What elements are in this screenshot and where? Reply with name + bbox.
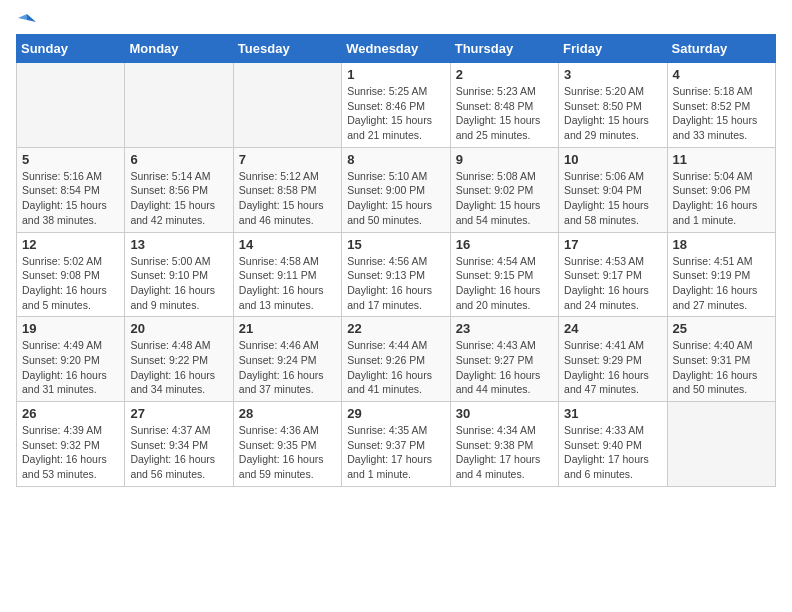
day-info: Sunrise: 4:44 AMSunset: 9:26 PMDaylight:… (347, 338, 444, 397)
calendar-table: SundayMondayTuesdayWednesdayThursdayFrid… (16, 34, 776, 487)
day-cell: 13Sunrise: 5:00 AMSunset: 9:10 PMDayligh… (125, 232, 233, 317)
day-info: Sunrise: 5:00 AMSunset: 9:10 PMDaylight:… (130, 254, 227, 313)
day-info: Sunrise: 4:51 AMSunset: 9:19 PMDaylight:… (673, 254, 770, 313)
day-info: Sunrise: 5:10 AMSunset: 9:00 PMDaylight:… (347, 169, 444, 228)
day-info: Sunrise: 4:46 AMSunset: 9:24 PMDaylight:… (239, 338, 336, 397)
day-number: 25 (673, 321, 770, 336)
weekday-header-saturday: Saturday (667, 35, 775, 63)
day-number: 5 (22, 152, 119, 167)
day-cell: 17Sunrise: 4:53 AMSunset: 9:17 PMDayligh… (559, 232, 667, 317)
day-cell (233, 63, 341, 148)
day-number: 11 (673, 152, 770, 167)
day-info: Sunrise: 4:40 AMSunset: 9:31 PMDaylight:… (673, 338, 770, 397)
day-cell: 10Sunrise: 5:06 AMSunset: 9:04 PMDayligh… (559, 147, 667, 232)
day-cell: 14Sunrise: 4:58 AMSunset: 9:11 PMDayligh… (233, 232, 341, 317)
day-info: Sunrise: 5:02 AMSunset: 9:08 PMDaylight:… (22, 254, 119, 313)
day-info: Sunrise: 4:41 AMSunset: 9:29 PMDaylight:… (564, 338, 661, 397)
svg-marker-0 (27, 14, 36, 22)
day-number: 10 (564, 152, 661, 167)
day-number: 1 (347, 67, 444, 82)
day-cell: 21Sunrise: 4:46 AMSunset: 9:24 PMDayligh… (233, 317, 341, 402)
day-number: 3 (564, 67, 661, 82)
day-cell: 29Sunrise: 4:35 AMSunset: 9:37 PMDayligh… (342, 402, 450, 487)
weekday-header-tuesday: Tuesday (233, 35, 341, 63)
day-info: Sunrise: 5:06 AMSunset: 9:04 PMDaylight:… (564, 169, 661, 228)
day-cell (667, 402, 775, 487)
weekday-header-row: SundayMondayTuesdayWednesdayThursdayFrid… (17, 35, 776, 63)
day-number: 8 (347, 152, 444, 167)
day-cell: 7Sunrise: 5:12 AMSunset: 8:58 PMDaylight… (233, 147, 341, 232)
day-cell: 30Sunrise: 4:34 AMSunset: 9:38 PMDayligh… (450, 402, 558, 487)
day-number: 13 (130, 237, 227, 252)
weekday-header-friday: Friday (559, 35, 667, 63)
day-info: Sunrise: 4:35 AMSunset: 9:37 PMDaylight:… (347, 423, 444, 482)
day-info: Sunrise: 5:20 AMSunset: 8:50 PMDaylight:… (564, 84, 661, 143)
day-cell: 6Sunrise: 5:14 AMSunset: 8:56 PMDaylight… (125, 147, 233, 232)
day-number: 31 (564, 406, 661, 421)
day-cell: 22Sunrise: 4:44 AMSunset: 9:26 PMDayligh… (342, 317, 450, 402)
day-cell: 28Sunrise: 4:36 AMSunset: 9:35 PMDayligh… (233, 402, 341, 487)
day-number: 16 (456, 237, 553, 252)
day-cell: 19Sunrise: 4:49 AMSunset: 9:20 PMDayligh… (17, 317, 125, 402)
day-cell: 16Sunrise: 4:54 AMSunset: 9:15 PMDayligh… (450, 232, 558, 317)
day-number: 19 (22, 321, 119, 336)
day-cell: 12Sunrise: 5:02 AMSunset: 9:08 PMDayligh… (17, 232, 125, 317)
day-number: 18 (673, 237, 770, 252)
day-info: Sunrise: 4:48 AMSunset: 9:22 PMDaylight:… (130, 338, 227, 397)
day-number: 24 (564, 321, 661, 336)
week-row-5: 26Sunrise: 4:39 AMSunset: 9:32 PMDayligh… (17, 402, 776, 487)
day-info: Sunrise: 4:33 AMSunset: 9:40 PMDaylight:… (564, 423, 661, 482)
day-cell: 25Sunrise: 4:40 AMSunset: 9:31 PMDayligh… (667, 317, 775, 402)
day-number: 12 (22, 237, 119, 252)
day-number: 27 (130, 406, 227, 421)
day-info: Sunrise: 4:36 AMSunset: 9:35 PMDaylight:… (239, 423, 336, 482)
day-number: 15 (347, 237, 444, 252)
day-number: 22 (347, 321, 444, 336)
day-cell: 31Sunrise: 4:33 AMSunset: 9:40 PMDayligh… (559, 402, 667, 487)
weekday-header-sunday: Sunday (17, 35, 125, 63)
day-info: Sunrise: 5:12 AMSunset: 8:58 PMDaylight:… (239, 169, 336, 228)
week-row-2: 5Sunrise: 5:16 AMSunset: 8:54 PMDaylight… (17, 147, 776, 232)
day-cell (125, 63, 233, 148)
week-row-4: 19Sunrise: 4:49 AMSunset: 9:20 PMDayligh… (17, 317, 776, 402)
logo (16, 16, 36, 24)
day-number: 14 (239, 237, 336, 252)
day-cell: 1Sunrise: 5:25 AMSunset: 8:46 PMDaylight… (342, 63, 450, 148)
header (16, 16, 776, 24)
day-number: 28 (239, 406, 336, 421)
day-cell: 24Sunrise: 4:41 AMSunset: 9:29 PMDayligh… (559, 317, 667, 402)
day-info: Sunrise: 4:53 AMSunset: 9:17 PMDaylight:… (564, 254, 661, 313)
day-cell: 8Sunrise: 5:10 AMSunset: 9:00 PMDaylight… (342, 147, 450, 232)
day-info: Sunrise: 4:58 AMSunset: 9:11 PMDaylight:… (239, 254, 336, 313)
day-cell: 5Sunrise: 5:16 AMSunset: 8:54 PMDaylight… (17, 147, 125, 232)
day-number: 7 (239, 152, 336, 167)
day-cell: 11Sunrise: 5:04 AMSunset: 9:06 PMDayligh… (667, 147, 775, 232)
day-info: Sunrise: 4:49 AMSunset: 9:20 PMDaylight:… (22, 338, 119, 397)
day-number: 23 (456, 321, 553, 336)
day-cell: 15Sunrise: 4:56 AMSunset: 9:13 PMDayligh… (342, 232, 450, 317)
day-info: Sunrise: 4:39 AMSunset: 9:32 PMDaylight:… (22, 423, 119, 482)
day-number: 29 (347, 406, 444, 421)
day-info: Sunrise: 5:25 AMSunset: 8:46 PMDaylight:… (347, 84, 444, 143)
day-info: Sunrise: 4:56 AMSunset: 9:13 PMDaylight:… (347, 254, 444, 313)
day-info: Sunrise: 4:34 AMSunset: 9:38 PMDaylight:… (456, 423, 553, 482)
logo-bird-icon (18, 12, 36, 30)
day-cell: 18Sunrise: 4:51 AMSunset: 9:19 PMDayligh… (667, 232, 775, 317)
day-number: 30 (456, 406, 553, 421)
day-info: Sunrise: 4:43 AMSunset: 9:27 PMDaylight:… (456, 338, 553, 397)
day-number: 2 (456, 67, 553, 82)
day-info: Sunrise: 5:04 AMSunset: 9:06 PMDaylight:… (673, 169, 770, 228)
day-cell (17, 63, 125, 148)
day-info: Sunrise: 5:14 AMSunset: 8:56 PMDaylight:… (130, 169, 227, 228)
weekday-header-monday: Monday (125, 35, 233, 63)
day-number: 21 (239, 321, 336, 336)
day-info: Sunrise: 4:37 AMSunset: 9:34 PMDaylight:… (130, 423, 227, 482)
day-cell: 4Sunrise: 5:18 AMSunset: 8:52 PMDaylight… (667, 63, 775, 148)
day-number: 9 (456, 152, 553, 167)
day-cell: 3Sunrise: 5:20 AMSunset: 8:50 PMDaylight… (559, 63, 667, 148)
day-cell: 27Sunrise: 4:37 AMSunset: 9:34 PMDayligh… (125, 402, 233, 487)
day-cell: 2Sunrise: 5:23 AMSunset: 8:48 PMDaylight… (450, 63, 558, 148)
svg-marker-1 (18, 14, 27, 20)
day-cell: 9Sunrise: 5:08 AMSunset: 9:02 PMDaylight… (450, 147, 558, 232)
day-info: Sunrise: 5:23 AMSunset: 8:48 PMDaylight:… (456, 84, 553, 143)
